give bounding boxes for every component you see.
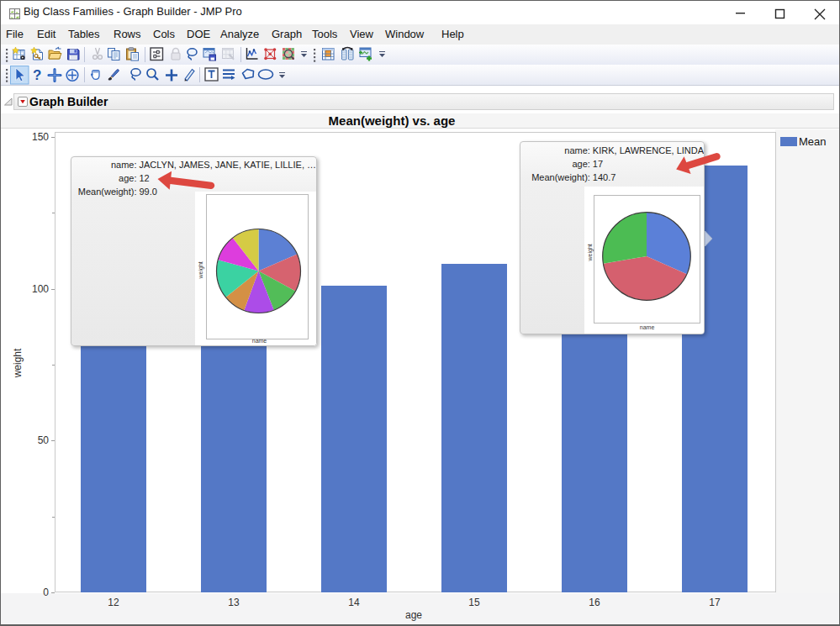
svg-text:?: ? — [33, 67, 41, 83]
